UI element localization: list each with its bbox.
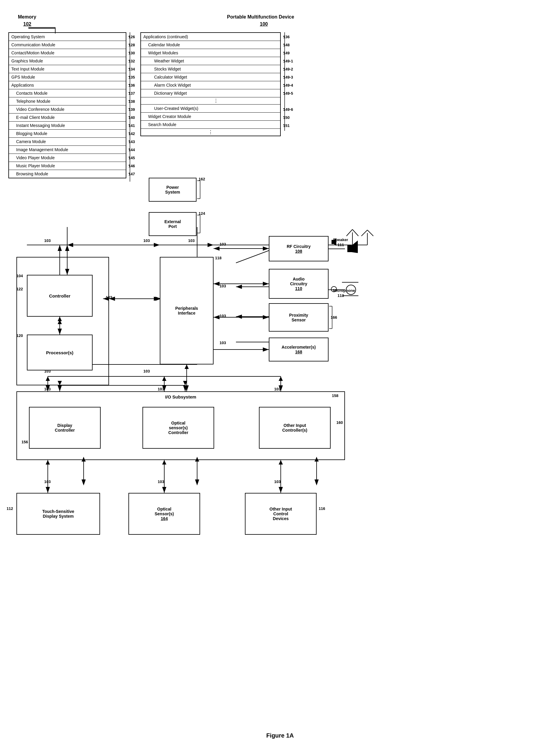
ref-104: 104 <box>16 274 23 278</box>
ref-135: 135 <box>128 75 135 79</box>
svg-marker-10 <box>58 320 62 324</box>
svg-marker-123 <box>58 381 62 386</box>
svg-marker-19 <box>236 315 242 319</box>
ref-134: 134 <box>128 67 135 72</box>
ref-103-io-top-other: 103 <box>274 387 281 391</box>
apps-row-stocks: Stocks Widget <box>141 65 280 73</box>
svg-marker-126 <box>183 381 187 386</box>
svg-marker-148 <box>279 376 283 381</box>
power-bracket <box>196 179 202 200</box>
svg-line-46 <box>361 230 367 236</box>
other-input-ctrl-block: Other Input Controller(s) <box>259 407 331 449</box>
ref-103-top2: 103 <box>143 238 150 243</box>
apps-row-dots2: ⋮ <box>141 129 280 136</box>
svg-marker-100 <box>207 243 214 247</box>
svg-marker-34 <box>315 479 319 486</box>
ref-103-prox: 103 <box>220 314 226 318</box>
apps-row-widget-creator: Widget Creator Module <box>141 113 280 121</box>
mem-row-video-conf: Video Conference Module <box>9 105 126 114</box>
svg-marker-130 <box>184 364 189 369</box>
controller-block: Controller <box>27 275 93 317</box>
svg-marker-31 <box>195 479 199 486</box>
proximity-label2: Sensor <box>292 318 305 322</box>
speaker-num: 111 <box>338 242 344 247</box>
ref-132: 132 <box>128 59 135 63</box>
ref-103-bot2: 103 <box>143 369 150 373</box>
other-devices-label1: Other Input <box>269 507 292 511</box>
proximity-label1: Proximity <box>289 313 308 318</box>
svg-marker-112 <box>214 246 220 251</box>
apps-row-widget-modules: Widget Modules <box>141 49 280 57</box>
ext-port-bracket <box>196 214 202 235</box>
processor-block: Processor(s) <box>27 335 93 371</box>
speaker-label: Speaker <box>333 237 348 242</box>
svg-marker-145 <box>162 376 166 381</box>
display-ctrl-label1: Display <box>57 423 72 428</box>
mem-row-graphics: Graphics Module <box>9 57 126 65</box>
svg-marker-136 <box>162 460 166 465</box>
ref-149-5: 149-5 <box>283 91 293 96</box>
mem-row-contact: Contact/Motion Module <box>9 49 126 57</box>
ref-149-1: 149-1 <box>283 59 293 63</box>
processor-label: Processor(s) <box>46 350 74 355</box>
mem-row-blog: Blogging Module <box>9 130 126 138</box>
svg-marker-106 <box>58 317 62 321</box>
ref-128: 128 <box>128 43 135 47</box>
svg-rect-156 <box>347 245 352 252</box>
svg-marker-28 <box>82 479 86 486</box>
pmd-num-label: 100 <box>260 21 268 27</box>
optical-sensor-block: Optical Sensor(s) 164 <box>128 493 200 535</box>
svg-line-155 <box>353 230 358 236</box>
accelerometers-block: Accelerometer(s) 168 <box>269 338 328 361</box>
microphone-num: 113 <box>338 293 344 298</box>
audio-label2: Circuitry <box>290 281 307 286</box>
apps-row-header: Applications (continued) <box>141 33 280 41</box>
ref-103-io-top-disp: 103 <box>44 387 51 391</box>
power-system-label: Power <box>166 185 179 190</box>
ref-160: 160 <box>336 420 343 425</box>
mem-row-video-player: Video Player Module <box>9 154 126 162</box>
svg-marker-96 <box>154 243 160 247</box>
svg-marker-120 <box>263 348 269 352</box>
svg-marker-125 <box>183 386 187 391</box>
svg-marker-97 <box>67 243 73 247</box>
optical-sensor-label1: Optical <box>157 507 171 511</box>
optical-sensor-label3: 164 <box>161 516 167 521</box>
ref-147: 147 <box>128 172 135 176</box>
rf-circuitry-block: RF Circuitry 108 <box>269 236 328 261</box>
rf-label1: RF Circuitry <box>287 244 311 249</box>
mem-row-contacts: Contacts Module <box>9 89 126 97</box>
apps-row-dots1: ⋮ <box>141 97 280 104</box>
ref-126: 126 <box>128 35 135 39</box>
mem-row-image: Image Management Module <box>9 146 126 154</box>
ref-103-ctrl: 103 <box>106 295 112 300</box>
memory-label: Memory <box>18 14 36 20</box>
ref-138: 138 <box>128 99 135 104</box>
svg-line-47 <box>367 230 373 236</box>
io-subsystem-label: I/O Subsystem <box>165 394 196 399</box>
mem-row-comm: Communication Module <box>9 41 126 49</box>
ref-145: 145 <box>128 156 135 160</box>
controller-label: Controller <box>49 293 71 298</box>
ref-146: 146 <box>128 164 135 168</box>
accel-label2: 168 <box>295 350 302 354</box>
optical-ctrl-label3: Controller <box>168 430 188 435</box>
apps-row-dictionary: Dictionary Widget <box>141 89 280 97</box>
ref-148: 148 <box>283 43 290 47</box>
power-system-label2: System <box>165 190 180 195</box>
proximity-sensor-block: Proximity Sensor <box>269 303 328 332</box>
ref-142: 142 <box>128 132 135 136</box>
ref-103-io-top-opt: 103 <box>158 387 164 391</box>
ref-112: 112 <box>6 506 13 511</box>
svg-line-154 <box>346 230 353 236</box>
ref-151: 151 <box>283 123 290 128</box>
display-ctrl-label2: Controller <box>55 428 75 433</box>
svg-marker-16 <box>236 285 242 289</box>
ref-118: 118 <box>215 256 222 260</box>
other-ctrl-label1: Other Input <box>283 423 306 428</box>
audio-label3: 110 <box>295 286 302 291</box>
diagram-container: Memory 102 Portable Multifunction Device… <box>0 0 560 751</box>
mem-row-os: Operating System <box>9 33 126 41</box>
svg-marker-7 <box>58 245 62 251</box>
memory-box: Operating System Communication Module Co… <box>8 32 126 178</box>
